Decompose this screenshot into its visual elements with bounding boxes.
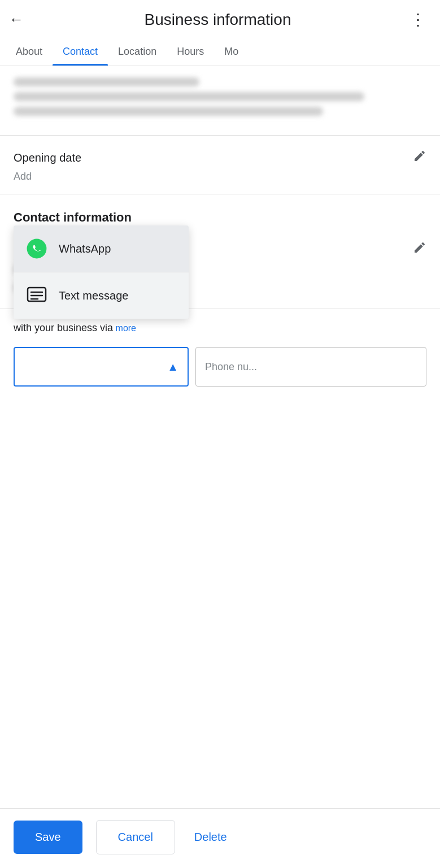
tab-bar: About Contact Location Hours Mo: [0, 37, 440, 66]
dropdown-item-textmessage-label: Text message: [59, 289, 128, 302]
tab-more[interactable]: Mo: [214, 37, 249, 66]
messaging-type-dropdown[interactable]: ▲: [14, 347, 189, 387]
opening-date-edit-button[interactable]: [413, 149, 426, 166]
dropdown-item-textmessage[interactable]: Text message: [14, 272, 189, 319]
opening-date-label: Opening date: [14, 151, 81, 164]
dropdown-item-whatsapp[interactable]: WhatsApp: [14, 225, 189, 272]
dropdown-arrow-icon: ▲: [167, 361, 178, 374]
blurred-text-line-2: [14, 92, 364, 101]
bottom-action-bar: Save Cancel Delete: [0, 808, 440, 868]
messaging-text: with your business via: [14, 322, 113, 333]
dropdown-row: ▲ Phone nu...: [0, 347, 440, 400]
opening-date-section: Opening date Add: [0, 136, 440, 194]
tab-location[interactable]: Location: [108, 37, 167, 66]
dropdown-menu: WhatsApp Text message: [14, 225, 189, 319]
more-options-button[interactable]: ⋮: [404, 10, 426, 29]
back-button[interactable]: ←: [9, 11, 32, 28]
blurred-text-line-3: [14, 107, 323, 116]
tab-contact[interactable]: Contact: [53, 37, 108, 66]
messaging-more-link[interactable]: more: [116, 323, 136, 333]
tab-about[interactable]: About: [6, 37, 53, 66]
dropdown-item-whatsapp-label: WhatsApp: [59, 242, 111, 255]
svg-point-0: [27, 239, 47, 259]
phone-input-placeholder: Phone nu...: [205, 361, 257, 373]
text-message-icon: [25, 284, 49, 307]
blurred-text-line-1: [14, 77, 199, 86]
delete-button[interactable]: Delete: [189, 821, 233, 854]
tab-hours[interactable]: Hours: [167, 37, 214, 66]
whatsapp-icon: [25, 237, 49, 261]
save-button[interactable]: Save: [14, 821, 82, 854]
description-section: [0, 66, 440, 136]
opening-date-value: Add: [14, 171, 426, 183]
phone-number-edit-button[interactable]: [413, 241, 426, 258]
cancel-button[interactable]: Cancel: [96, 820, 175, 854]
phone-number-input[interactable]: Phone nu...: [195, 347, 426, 387]
messaging-wrapper: with your business via more WhatsApp: [0, 309, 440, 400]
header: ← Business information ⋮: [0, 0, 440, 37]
page-title: Business information: [32, 11, 404, 29]
contact-info-title: Contact information: [14, 210, 426, 225]
